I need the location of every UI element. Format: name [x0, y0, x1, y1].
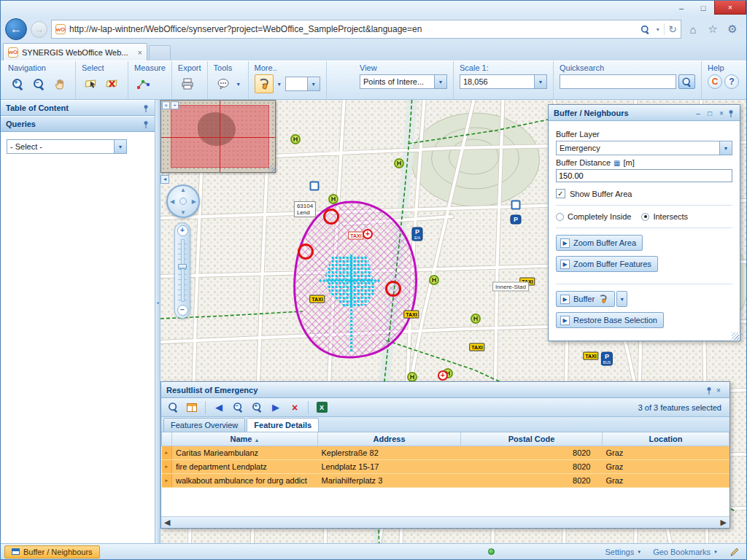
table-row[interactable]: ▸ fire department Lendplatz Lendplatz 15…: [162, 459, 729, 473]
table-row[interactable]: ▸ walkabout ambulance for durg addict Ma…: [162, 473, 729, 487]
excel-export-button[interactable]: X: [314, 400, 330, 416]
taxi-marker[interactable]: TAXI: [583, 352, 598, 360]
overview-move-icon[interactable]: +: [171, 101, 179, 109]
pan-south-icon[interactable]: ▼: [180, 209, 186, 216]
select-features-button[interactable]: [82, 74, 101, 93]
buffer-button[interactable]: ▶ Buffer: [556, 291, 615, 307]
hospital-marker[interactable]: H: [471, 314, 481, 324]
geo-bookmarks-link[interactable]: Geo Bookmarks ▼: [653, 548, 718, 556]
column-header-address[interactable]: Address: [318, 432, 461, 446]
tab-close-icon[interactable]: ×: [138, 48, 142, 57]
chevron-down-icon[interactable]: ▼: [719, 141, 732, 155]
sidebar-splitter[interactable]: ◂: [155, 100, 160, 543]
calculator-icon[interactable]: ▦: [614, 159, 620, 167]
zoom-in-button[interactable]: +: [8, 74, 27, 93]
redcross-marker[interactable]: +: [363, 229, 373, 239]
pin-icon[interactable]: [727, 109, 735, 117]
parking-marker[interactable]: PE/A: [412, 228, 423, 241]
chevron-down-icon[interactable]: ▼: [114, 140, 126, 153]
hospital-marker[interactable]: H: [407, 372, 417, 382]
info-marker[interactable]: [310, 182, 320, 191]
close-button[interactable]: ×: [714, 1, 746, 15]
zoom-slider[interactable]: [178, 239, 187, 302]
identify-results-button[interactable]: [165, 400, 181, 416]
previous-feature-button[interactable]: ◀: [211, 400, 227, 416]
map-area[interactable]: HHHHHHHHTAXITAXITAXITAXITAXITAXIPE/APPBU…: [160, 100, 746, 543]
zoom-buffer-features-button[interactable]: ▶ Zoom Buffer Features: [556, 256, 658, 272]
buffer-button-caret-icon[interactable]: ▼: [616, 291, 627, 307]
panel-resize-grip[interactable]: [732, 332, 739, 340]
help-question-button[interactable]: ?: [724, 74, 739, 89]
hospital-marker[interactable]: H: [394, 158, 404, 168]
buffer-task-button[interactable]: Buffer / Neighbours: [4, 545, 100, 559]
pin-icon[interactable]: [142, 120, 150, 128]
zoom-in-control[interactable]: +: [177, 225, 188, 236]
new-tab-stub[interactable]: [149, 45, 171, 61]
float-window-icon[interactable]: □: [704, 109, 716, 117]
row-selector[interactable]: ▸: [162, 446, 172, 459]
clear-selection-button[interactable]: [103, 74, 122, 93]
buffer-panel-header[interactable]: Buffer / Neighbours – □ ×: [549, 105, 740, 121]
zoom-all-button[interactable]: +: [249, 400, 265, 416]
remove-selection-button[interactable]: ×: [287, 400, 303, 416]
selected-marker[interactable]: [323, 209, 339, 225]
taxi-marker[interactable]: TAXI: [309, 295, 325, 303]
restore-base-selection-button[interactable]: ▶ Restore Base Selection: [556, 312, 664, 328]
url-box[interactable]: wO http://w-lap-wintner/WebOffice/synser…: [51, 20, 681, 39]
tools-caret-icon[interactable]: ▼: [235, 82, 242, 87]
maximize-button[interactable]: □: [692, 1, 714, 15]
compass-center-dot[interactable]: [179, 198, 187, 205]
table-row[interactable]: ▸ Caritas Marieambulanz Keplerstraße 82 …: [162, 446, 729, 459]
url-text[interactable]: http://w-lap-wintner/WebOffice/synserver…: [69, 24, 635, 34]
horizontal-scrollbar[interactable]: ◀ ▶: [161, 516, 729, 528]
selected-marker[interactable]: [298, 244, 314, 260]
pin-icon[interactable]: [142, 104, 150, 112]
chevron-down-icon[interactable]: ▼: [534, 75, 546, 88]
area-label-marker[interactable]: Innere-Stad: [492, 282, 529, 292]
taxi-marker[interactable]: TAXI: [469, 343, 484, 351]
chevron-down-icon[interactable]: ▼: [307, 77, 320, 90]
chevron-down-icon[interactable]: ▼: [434, 75, 446, 88]
next-feature-button[interactable]: ▶: [268, 400, 284, 416]
pin-icon[interactable]: [705, 386, 713, 394]
taxi-marker[interactable]: TAXI: [403, 311, 419, 319]
resultlist-header[interactable]: Resultlist of Emergency ×: [161, 382, 729, 398]
zoom-out-control[interactable]: −: [177, 305, 188, 316]
forward-button[interactable]: →: [31, 21, 47, 38]
back-button[interactable]: ←: [5, 18, 27, 40]
buffer-distance-input[interactable]: [556, 169, 732, 182]
tools-button[interactable]: [214, 74, 233, 93]
hospital-marker[interactable]: H: [290, 134, 301, 144]
compass-control[interactable]: ▲ ▼ ◀ ▶: [166, 184, 200, 218]
close-icon[interactable]: ×: [713, 386, 724, 394]
more-options-dropdown[interactable]: ▼: [285, 77, 320, 91]
selected-marker[interactable]: [385, 281, 401, 297]
buffer-tool-caret-icon[interactable]: ▼: [276, 82, 283, 87]
tab-feature-details[interactable]: Feature Details: [247, 418, 319, 432]
queries-header[interactable]: Queries: [1, 116, 155, 132]
tab-features-overview[interactable]: Features Overview: [163, 418, 245, 432]
buffer-layer-select[interactable]: Emergency ▼: [556, 141, 732, 155]
row-selector[interactable]: ▸: [162, 459, 172, 473]
minimize-icon[interactable]: –: [692, 109, 704, 117]
overview-map[interactable]: × +: [160, 100, 276, 173]
column-header-location[interactable]: Location: [603, 432, 729, 446]
minimize-button[interactable]: –: [670, 1, 692, 15]
view-dropdown[interactable]: Points of Intere... ▼: [360, 74, 447, 89]
address-caret-icon[interactable]: ▼: [655, 27, 660, 32]
edit-pencil-icon[interactable]: [729, 547, 740, 557]
district-label-marker[interactable]: 63104Lend: [294, 201, 316, 217]
close-icon[interactable]: ×: [716, 109, 727, 117]
parking-marker[interactable]: PBUS: [601, 352, 613, 366]
help-context-button[interactable]: C: [708, 74, 722, 89]
zoom-out-button[interactable]: −: [29, 74, 48, 93]
row-selector[interactable]: ▸: [162, 473, 172, 487]
pan-east-icon[interactable]: ▶: [192, 198, 196, 205]
refresh-icon[interactable]: ↻: [668, 23, 677, 35]
overview-close-icon[interactable]: ×: [162, 101, 170, 109]
column-header-name[interactable]: Name ▲: [172, 432, 318, 446]
settings-gear-icon[interactable]: ⚙: [724, 23, 740, 36]
measure-button[interactable]: [134, 74, 153, 93]
scroll-right-button[interactable]: ▶: [721, 518, 727, 527]
zoom-to-selected-button[interactable]: −: [230, 400, 246, 416]
